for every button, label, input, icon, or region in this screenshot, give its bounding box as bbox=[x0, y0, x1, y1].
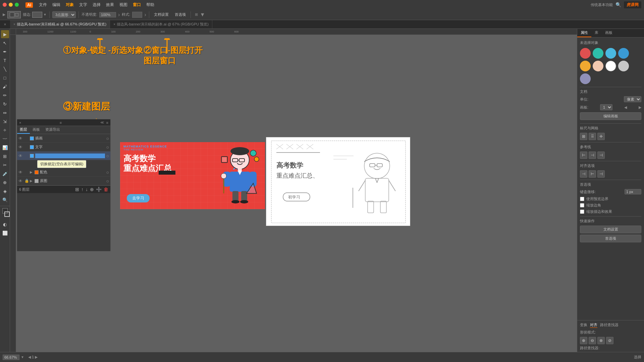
tab-main[interactable]: × 描边风-banner演示精稿.ai @ 66.67% (RGB/GPU 预览… bbox=[10, 20, 110, 28]
menu-file[interactable]: 文件 bbox=[37, 1, 49, 8]
align-left-edge-icon[interactable]: ⊣ bbox=[580, 170, 587, 178]
stroke-color[interactable] bbox=[32, 12, 42, 18]
tool-warp[interactable]: 〰 bbox=[1, 135, 9, 143]
arrange-icon[interactable]: ⊞ bbox=[195, 12, 198, 17]
swatch-purple-gray[interactable] bbox=[580, 73, 591, 84]
layers-panel-close[interactable]: × bbox=[19, 121, 21, 125]
search-icon[interactable]: 🔍 bbox=[615, 2, 621, 7]
tool-color-mode[interactable]: ◐ bbox=[1, 220, 9, 228]
layers-move-down-btn[interactable]: ↓ bbox=[86, 187, 88, 192]
scale-stroke-checkbox[interactable] bbox=[580, 209, 584, 214]
tool-paintbrush[interactable]: 🖌 bbox=[1, 82, 9, 90]
layer-target-original[interactable]: ○ bbox=[106, 178, 109, 184]
menu-select[interactable]: 选择 bbox=[91, 1, 103, 8]
right-panel-tab-artboards[interactable]: 画板 bbox=[602, 29, 616, 37]
zoom-input[interactable] bbox=[3, 355, 19, 360]
layer-eye-illustration[interactable]: 👁 bbox=[18, 136, 23, 141]
style-swatch[interactable] bbox=[132, 12, 142, 18]
panel-artboard-select[interactable]: 1 bbox=[600, 104, 612, 110]
tool-graph[interactable]: 📊 bbox=[1, 143, 9, 152]
swatch-blue[interactable] bbox=[618, 48, 629, 59]
layer-target-text[interactable]: ○ bbox=[106, 144, 109, 150]
tool-eyedropper[interactable]: 💉 bbox=[1, 170, 9, 178]
tool-line[interactable]: ╲ bbox=[1, 65, 9, 73]
swatch-light-gray[interactable] bbox=[618, 61, 629, 71]
tool-rotate[interactable]: ↻ bbox=[1, 100, 9, 108]
align-cross-icon[interactable]: ✛ bbox=[597, 133, 605, 140]
tab-close-copy[interactable]: × bbox=[113, 22, 115, 26]
doc-settings-button[interactable]: 文档设置 bbox=[152, 11, 171, 18]
tool-screen-mode[interactable]: ⬜ bbox=[1, 229, 9, 237]
ref-align-left-icon[interactable]: ⊢ bbox=[580, 152, 587, 159]
ref-align-right-icon[interactable]: ⊣ bbox=[597, 152, 605, 159]
unite-icon[interactable]: ⊕ bbox=[580, 337, 587, 344]
menu-effect[interactable]: 效果 bbox=[104, 1, 116, 8]
tab-copy[interactable]: × 描边风-banner演示稿的副本.ai @ 67% (RGB/GPU 预览) bbox=[110, 20, 212, 28]
tool-type[interactable]: T bbox=[1, 56, 9, 64]
maximize-button[interactable] bbox=[15, 3, 19, 7]
tool-symbol[interactable]: ◈ bbox=[1, 187, 9, 195]
artboard-next-icon[interactable]: ▶ bbox=[639, 105, 641, 110]
layer-row-editing[interactable]: 👁 ○ bbox=[17, 152, 110, 160]
menu-window[interactable]: 窗口 bbox=[131, 1, 143, 8]
menu-view[interactable]: 视图 bbox=[117, 1, 129, 8]
fill-stroke-selector[interactable] bbox=[7, 11, 21, 18]
zoom-chevron[interactable]: ▼ bbox=[21, 355, 24, 359]
layer-name-input[interactable] bbox=[35, 154, 105, 158]
layer-row-text[interactable]: 👁 文字 ○ bbox=[17, 143, 110, 152]
opacity-input[interactable] bbox=[99, 12, 116, 17]
align-grid-icon[interactable]: ⊞ bbox=[580, 133, 587, 140]
edit-artboard-btn[interactable]: 编辑画板 bbox=[580, 112, 641, 120]
swatch-teal[interactable] bbox=[593, 48, 603, 59]
layers-panel-menu[interactable]: ≡ bbox=[106, 121, 108, 125]
layers-move-up-btn[interactable]: ↑ bbox=[81, 187, 84, 192]
tool-blend[interactable]: ⊕ bbox=[1, 178, 9, 186]
tool-artboard[interactable]: ⊞ bbox=[1, 152, 9, 160]
tool-scale[interactable]: ⇲ bbox=[1, 117, 9, 125]
ref-align-center-icon[interactable]: ⊣ bbox=[589, 152, 596, 159]
layers-tab-artboards[interactable]: 画板 bbox=[30, 126, 43, 134]
layer-eye-editing[interactable]: 👁 bbox=[18, 154, 23, 158]
layers-new-sublayer-btn[interactable]: ⊕ bbox=[90, 187, 94, 192]
align-center-v-icon[interactable]: ⊢ bbox=[589, 170, 596, 178]
right-panel-tab-library[interactable]: 库 bbox=[591, 29, 602, 37]
layer-target-illustration[interactable]: ○ bbox=[106, 136, 109, 141]
align-right-edge-icon[interactable]: ⊣ bbox=[597, 170, 605, 178]
layer-target-palette[interactable]: ○ bbox=[106, 170, 109, 175]
layers-new-layer-btn[interactable]: ➕ bbox=[96, 187, 102, 192]
shape-type-select[interactable]: 3点圆形 bbox=[52, 11, 76, 18]
layers-add-artboard-btn[interactable]: ⊞ bbox=[75, 187, 79, 192]
layer-expand-palette[interactable]: ▶ bbox=[30, 170, 33, 174]
swatch-white[interactable] bbox=[605, 61, 616, 71]
intersect-icon[interactable]: ⊗ bbox=[597, 337, 605, 344]
menu-help[interactable]: 帮助 bbox=[144, 1, 156, 8]
preview-bounds-checkbox[interactable] bbox=[580, 197, 584, 201]
menu-type[interactable]: 文字 bbox=[77, 1, 89, 8]
quick-prefs-btn[interactable]: 首选项 bbox=[580, 235, 641, 242]
layers-tab-layers[interactable]: 图层 bbox=[17, 126, 30, 134]
stroke-selector[interactable]: 描边: ▼ bbox=[23, 12, 47, 18]
exclude-icon[interactable]: ⊘ bbox=[606, 337, 613, 344]
quick-doc-settings-btn[interactable]: 文档设置 bbox=[580, 226, 641, 233]
tool-direct-select[interactable]: ↖ bbox=[1, 39, 9, 47]
layers-tab-export[interactable]: 资源导出 bbox=[43, 126, 63, 134]
tool-pen[interactable]: ✒ bbox=[1, 48, 9, 56]
minimize-button[interactable] bbox=[9, 3, 13, 7]
tool-select[interactable]: ▶ bbox=[1, 30, 9, 38]
preferences-button[interactable]: 首选项 bbox=[173, 11, 188, 18]
layer-eye-palette[interactable]: 👁 bbox=[18, 170, 23, 175]
nudge-value-input[interactable] bbox=[625, 189, 641, 194]
layer-lock-icon-original[interactable]: 🔒 bbox=[24, 179, 29, 183]
layer-eye-original[interactable]: 👁 bbox=[18, 179, 23, 183]
panel-unit-select[interactable]: 像素 bbox=[624, 96, 641, 102]
swatch-light-blue[interactable] bbox=[605, 48, 616, 59]
tool-rect[interactable]: □ bbox=[1, 74, 9, 82]
layer-expand-original[interactable]: ▶ bbox=[30, 179, 33, 183]
tool-pencil[interactable]: ✏ bbox=[1, 91, 9, 99]
tool-mirror[interactable]: ⇔ bbox=[1, 109, 9, 117]
layer-target-editing[interactable]: ○ bbox=[106, 153, 109, 159]
bottom-tab-transform[interactable]: 变换 bbox=[580, 322, 587, 328]
stroke-chevron[interactable]: ▼ bbox=[43, 13, 47, 16]
layer-row-original[interactable]: 👁 🔒 ▶ 原图 ○ bbox=[17, 177, 110, 185]
layer-row-illustration[interactable]: 👁 插画 ○ bbox=[17, 134, 110, 143]
